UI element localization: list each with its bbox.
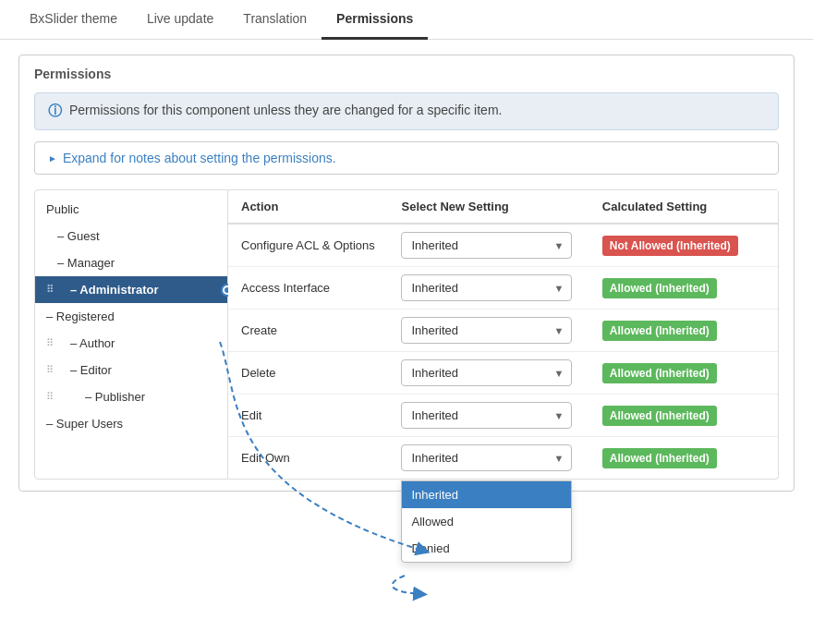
role-item-editor[interactable]: ⠿– Editor: [35, 357, 227, 383]
perm-row-editown: Edit OwnInheritedAllowedDenied▼Inherited…: [228, 437, 778, 480]
nav-tab-translation[interactable]: Translation: [228, 0, 322, 40]
select-cell: InheritedAllowedDenied▼: [388, 395, 589, 437]
section-title: Permissions: [34, 67, 779, 81]
role-label: – Administrator: [70, 283, 159, 297]
permission-select-editown[interactable]: InheritedAllowedDenied: [401, 444, 572, 471]
action-label: Edit Own: [228, 437, 388, 480]
status-badge: Allowed (Inherited): [602, 321, 717, 341]
action-label: Create: [228, 310, 388, 352]
expand-arrow-icon: ►: [48, 153, 57, 164]
perm-row-create: CreateInheritedAllowedDenied▼Allowed (In…: [228, 310, 778, 352]
role-label: – Guest: [57, 229, 100, 243]
info-alert: ⓘ Permissions for this component unless …: [34, 92, 779, 130]
role-label: – Manager: [57, 256, 115, 270]
calc-cell: Allowed (Inherited): [589, 395, 778, 437]
calc-cell: Allowed (Inherited): [589, 437, 778, 480]
calc-cell: Allowed (Inherited): [589, 310, 778, 352]
status-badge: Allowed (Inherited): [602, 406, 717, 426]
select-cell: InheritedAllowedDenied▼: [388, 352, 589, 395]
role-item-manager[interactable]: – Manager: [35, 249, 227, 276]
expand-text: Expand for notes about setting the permi…: [63, 151, 336, 165]
select-cell: InheritedAllowedDenied▼: [388, 310, 589, 352]
role-item-guest[interactable]: – Guest: [35, 223, 227, 249]
info-text: Permissions for this component unless th…: [69, 103, 502, 117]
role-item-registered[interactable]: – Registered: [35, 303, 227, 330]
role-label: Public: [46, 202, 79, 216]
status-badge: Not Allowed (Inherited): [602, 236, 738, 256]
permissions-table: Action Select New Setting Calculated Set…: [228, 190, 778, 479]
perm-row-delete: DeleteInheritedAllowedDenied▼Allowed (In…: [228, 352, 778, 395]
role-tree: Public– Guest– Manager⠿– Administrator– …: [34, 189, 228, 480]
select-wrap: InheritedAllowedDenied▼: [401, 317, 572, 344]
select-wrap: InheritedAllowedDenied▼: [401, 274, 572, 301]
col-header-select: Select New Setting: [388, 190, 589, 224]
dropdown-option-denied[interactable]: Denied: [402, 535, 571, 562]
nav-tab-permissions[interactable]: Permissions: [322, 0, 428, 40]
select-cell: InheritedAllowedDenied▼: [388, 267, 589, 310]
drag-handle-icon: ⠿: [46, 284, 54, 296]
dropdown-popup-editown: InheritedAllowedDenied: [401, 480, 572, 563]
drag-handle-icon: ⠿: [46, 364, 54, 376]
nav-tab-bxslider[interactable]: BxSlider theme: [15, 0, 132, 40]
role-label: – Author: [70, 336, 115, 350]
action-label: Edit: [228, 395, 388, 437]
role-label: – Super Users: [46, 417, 123, 431]
permissions-layout: Public– Guest– Manager⠿– Administrator– …: [34, 189, 779, 480]
calc-cell: Allowed (Inherited): [589, 352, 778, 395]
status-badge: Allowed (Inherited): [602, 278, 717, 298]
dropdown-option-allowed[interactable]: Allowed: [402, 508, 571, 535]
action-label: Configure ACL & Options: [228, 224, 388, 267]
top-navigation: BxSlider themeLive updateTranslationPerm…: [0, 0, 813, 40]
perm-row-configure: Configure ACL & OptionsInheritedAllowedD…: [228, 224, 778, 267]
role-label: – Registered: [46, 310, 115, 323]
select-wrap: InheritedAllowedDenied▼: [401, 232, 572, 259]
select-cell: InheritedAllowedDenied▼: [388, 224, 589, 267]
calc-cell: Allowed (Inherited): [589, 267, 778, 310]
status-badge: Allowed (Inherited): [602, 448, 717, 468]
role-label: – Publisher: [85, 390, 145, 404]
calc-cell: Not Allowed (Inherited): [589, 224, 778, 267]
expand-notes-button[interactable]: ► Expand for notes about setting the per…: [34, 141, 779, 175]
role-item-superusers[interactable]: – Super Users: [35, 410, 227, 437]
permission-select-delete[interactable]: InheritedAllowedDenied: [401, 359, 572, 386]
col-header-action: Action: [228, 190, 388, 224]
select-wrap: InheritedAllowedDenied▼: [401, 444, 572, 471]
drag-handle-icon: ⠿: [46, 337, 54, 349]
permission-select-configure[interactable]: InheritedAllowedDenied: [401, 232, 572, 259]
role-item-publisher[interactable]: ⠿– Publisher: [35, 383, 227, 410]
col-header-calc: Calculated Setting: [589, 190, 778, 224]
drag-handle-icon: ⠿: [46, 391, 54, 403]
select-wrap: InheritedAllowedDenied▼: [401, 359, 572, 386]
role-item-author[interactable]: ⠿– Author: [35, 330, 227, 357]
status-badge: Allowed (Inherited): [602, 363, 717, 383]
info-icon: ⓘ: [48, 103, 62, 120]
role-item-administrator[interactable]: ⠿– Administrator: [35, 276, 227, 303]
role-label: – Editor: [70, 363, 112, 377]
permissions-table-wrap: Action Select New Setting Calculated Set…: [228, 189, 779, 480]
permission-select-access[interactable]: InheritedAllowedDenied: [401, 274, 572, 301]
permission-select-create[interactable]: InheritedAllowedDenied: [401, 317, 572, 344]
perm-row-access: Access InterfaceInheritedAllowedDenied▼A…: [228, 267, 778, 310]
select-wrap: InheritedAllowedDenied▼: [401, 402, 572, 429]
main-content: Permissions ⓘ Permissions for this compo…: [0, 40, 813, 521]
role-item-public[interactable]: Public: [35, 196, 227, 223]
action-label: Delete: [228, 352, 388, 395]
permissions-section: Permissions ⓘ Permissions for this compo…: [18, 55, 795, 492]
action-label: Access Interface: [228, 267, 388, 310]
perm-row-edit: EditInheritedAllowedDenied▼Allowed (Inhe…: [228, 395, 778, 437]
select-cell: InheritedAllowedDenied▼InheritedAllowedD…: [388, 437, 589, 480]
permission-select-edit[interactable]: InheritedAllowedDenied: [401, 402, 572, 429]
nav-tab-liveupdate[interactable]: Live update: [132, 0, 228, 40]
dropdown-option-inherited[interactable]: Inherited: [402, 481, 571, 508]
